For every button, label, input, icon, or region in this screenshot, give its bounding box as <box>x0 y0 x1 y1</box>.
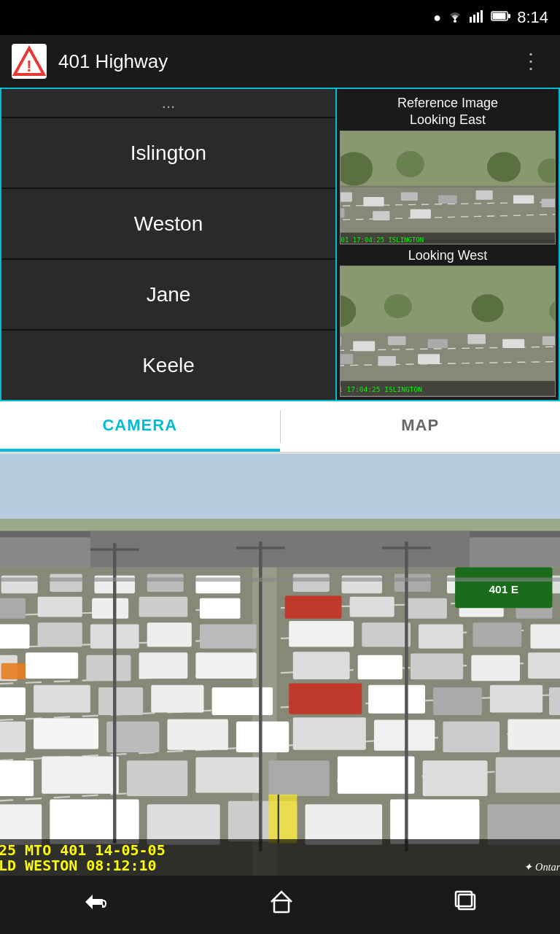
svg-rect-84 <box>200 598 241 619</box>
svg-point-51 <box>384 295 412 319</box>
overflow-menu-button[interactable]: ⋮ <box>515 50 548 74</box>
svg-rect-20 <box>476 190 493 200</box>
svg-rect-74 <box>293 574 330 592</box>
svg-rect-116 <box>212 687 273 715</box>
svg-rect-44 <box>341 355 353 365</box>
tabs-bar: CAMERA MAP <box>0 401 560 454</box>
app-bar: ! 401 Highway ⋮ <box>0 35 560 88</box>
svg-rect-118 <box>368 685 425 714</box>
svg-rect-41 <box>467 334 486 344</box>
svg-text:401 E: 401 E <box>489 583 518 595</box>
svg-rect-86 <box>350 597 394 617</box>
svg-rect-145 <box>390 800 479 844</box>
list-item-keele[interactable]: Keele <box>1 331 335 400</box>
recent-apps-button[interactable] <box>437 884 498 925</box>
svg-rect-140 <box>0 804 42 845</box>
svg-rect-92 <box>38 622 82 647</box>
svg-text:MTO 401 17:04:25 ISLINGTON: MTO 401 17:04:25 ISLINGTON <box>341 386 422 394</box>
svg-rect-25 <box>411 209 431 218</box>
tab-map[interactable]: MAP <box>281 401 561 452</box>
svg-rect-40 <box>428 339 448 348</box>
svg-rect-100 <box>530 624 560 648</box>
svg-rect-94 <box>147 622 192 647</box>
svg-rect-72 <box>147 574 184 592</box>
svg-rect-49 <box>341 266 555 333</box>
svg-rect-128 <box>374 720 435 751</box>
svg-rect-91 <box>0 624 30 648</box>
svg-text:!: ! <box>26 57 31 75</box>
svg-rect-115 <box>151 685 203 713</box>
svg-rect-109 <box>411 653 463 679</box>
list-item-jane[interactable]: Jane <box>1 260 335 331</box>
location-list: ... Islington Weston Jane Keele <box>1 89 337 400</box>
svg-rect-134 <box>195 757 260 793</box>
camera-preview-panel: Reference ImageLooking East <box>337 89 559 400</box>
nav-bar <box>0 876 560 934</box>
svg-rect-24 <box>373 211 389 220</box>
svg-point-52 <box>472 295 504 323</box>
svg-rect-2 <box>473 15 475 23</box>
location-icon: ● <box>433 10 441 26</box>
svg-rect-123 <box>34 718 98 749</box>
svg-rect-102 <box>26 652 78 679</box>
svg-rect-135 <box>268 760 329 796</box>
wifi-icon <box>447 9 463 26</box>
svg-rect-113 <box>34 685 90 713</box>
svg-rect-43 <box>542 336 555 345</box>
svg-rect-81 <box>38 597 82 617</box>
list-item-partial: ... <box>1 89 335 118</box>
status-time: 8:14 <box>517 8 548 27</box>
svg-rect-45 <box>378 356 396 366</box>
svg-rect-112 <box>0 687 26 715</box>
svg-rect-46 <box>418 355 440 365</box>
svg-rect-132 <box>42 757 119 794</box>
svg-rect-4 <box>481 10 483 23</box>
svg-rect-103 <box>86 655 131 682</box>
svg-rect-1 <box>470 17 472 23</box>
svg-rect-83 <box>139 597 188 617</box>
list-item-weston[interactable]: Weston <box>1 189 335 260</box>
svg-rect-111 <box>528 652 560 679</box>
svg-rect-82 <box>92 598 128 619</box>
svg-rect-126 <box>236 722 289 752</box>
svg-rect-114 <box>98 687 143 715</box>
svg-rect-129 <box>443 722 499 752</box>
preview-section-west: Looking West <box>340 244 556 397</box>
svg-rect-110 <box>471 655 520 682</box>
camera-image: 401 E 0025 MTO 401 14-05-05 HOLD WESTON … <box>0 454 560 876</box>
svg-rect-3 <box>477 12 479 23</box>
back-button[interactable] <box>62 885 126 925</box>
svg-point-30 <box>396 151 424 177</box>
list-item-islington[interactable]: Islington <box>1 118 335 189</box>
svg-rect-107 <box>293 652 350 679</box>
svg-rect-120 <box>490 685 542 713</box>
svg-point-0 <box>454 20 456 23</box>
svg-rect-146 <box>488 804 560 845</box>
app-title: 401 Highway <box>58 50 515 73</box>
svg-text:HOLD      WESTON   08:12:10: HOLD WESTON 08:12:10 <box>0 857 157 874</box>
app-logo: ! <box>12 44 47 79</box>
svg-rect-163 <box>274 900 289 912</box>
camera-view: 401 E 0025 MTO 401 14-05-05 HOLD WESTON … <box>0 454 560 876</box>
svg-rect-76 <box>394 574 431 592</box>
status-bar: ● 8:14 <box>0 0 560 35</box>
svg-rect-18 <box>401 192 418 201</box>
preview-label-west: Looking West <box>340 244 556 266</box>
svg-rect-96 <box>289 621 354 647</box>
signal-icon <box>469 9 485 26</box>
svg-rect-142 <box>147 804 220 845</box>
svg-rect-106 <box>195 652 256 679</box>
svg-rect-157 <box>268 795 297 844</box>
svg-rect-117 <box>289 684 362 714</box>
svg-rect-16 <box>341 192 352 201</box>
svg-rect-6 <box>493 12 506 19</box>
home-button[interactable] <box>251 883 312 927</box>
svg-rect-37 <box>341 336 341 347</box>
svg-rect-138 <box>496 757 560 793</box>
svg-rect-38 <box>353 341 375 352</box>
svg-rect-141 <box>50 800 139 844</box>
svg-rect-130 <box>508 719 560 749</box>
tab-camera[interactable]: CAMERA <box>0 401 280 452</box>
svg-rect-22 <box>542 198 555 207</box>
svg-rect-70 <box>50 574 82 592</box>
